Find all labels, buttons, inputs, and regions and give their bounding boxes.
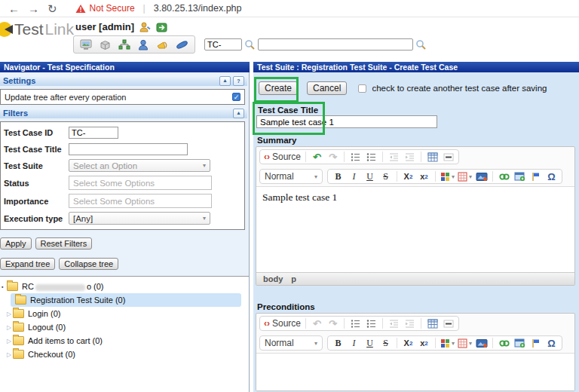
text-color-icon[interactable]: ▾ <box>440 337 455 349</box>
link-icon[interactable] <box>497 337 511 349</box>
table-icon[interactable] <box>425 317 440 329</box>
tree-node-logout[interactable]: ▷ Logout (0) <box>0 320 249 334</box>
bold-icon[interactable]: B <box>331 170 345 182</box>
edit-icon[interactable] <box>176 39 188 51</box>
create-another-checkbox[interactable] <box>358 84 366 93</box>
desktop-icon[interactable] <box>80 39 92 51</box>
indent-icon[interactable] <box>403 151 417 163</box>
strikethrough-icon[interactable]: S <box>378 337 393 349</box>
my-settings-icon[interactable] <box>139 22 151 32</box>
paragraph-format-select[interactable]: Normal ▾ <box>259 335 323 351</box>
expand-arrow-icon[interactable]: ▷ <box>5 351 13 358</box>
filter-test-suite-select[interactable]: Select an Option ▾ <box>69 159 210 172</box>
horn-icon[interactable] <box>156 39 168 51</box>
bulleted-list-icon[interactable] <box>364 151 378 163</box>
link-icon[interactable] <box>497 170 511 182</box>
background-color-icon[interactable]: ▾ <box>457 337 473 349</box>
search-icon[interactable] <box>244 39 255 50</box>
tree-node-checkout[interactable]: ▷ Checkout (0) <box>0 348 249 361</box>
new-window-icon[interactable] <box>513 337 527 349</box>
source-button[interactable]: ‹›Source <box>263 151 302 163</box>
subscript-icon[interactable]: X2 <box>401 170 415 182</box>
settings-help-button[interactable]: ? <box>233 76 244 86</box>
expand-tree-button[interactable]: Expand tree <box>0 258 55 270</box>
tree-node-label: Logout (0) <box>28 323 66 332</box>
tree-node-login[interactable]: ▷ Login (0) <box>0 307 249 320</box>
sitemap-icon[interactable] <box>118 39 130 51</box>
folder-icon <box>13 336 24 345</box>
underline-icon[interactable]: U <box>363 337 377 349</box>
undo-icon[interactable]: ↶ <box>310 317 324 329</box>
expand-arrow-icon[interactable]: ▷ <box>5 338 13 345</box>
preconditions-editor-body[interactable] <box>256 353 574 390</box>
subscript-base: X <box>404 338 409 348</box>
superscript-icon[interactable]: x2 <box>417 170 431 182</box>
bold-icon[interactable]: B <box>331 337 345 349</box>
tree-node-registration-test-suite[interactable]: Registration Test Suite (0) <box>11 293 241 307</box>
settings-collapse-button[interactable]: ▴ <box>219 76 231 86</box>
special-char-icon[interactable]: Ω <box>544 337 559 349</box>
user-management-icon[interactable] <box>138 39 149 51</box>
cancel-button[interactable]: Cancel <box>307 81 347 95</box>
special-char-icon[interactable]: Ω <box>544 170 559 182</box>
address-bar[interactable]: Not Secure | 3.80.25.13/index.php <box>75 3 242 14</box>
background-color-icon[interactable]: ▾ <box>457 170 473 182</box>
subscript-icon[interactable]: X2 <box>401 337 415 349</box>
flag-icon[interactable] <box>528 337 543 349</box>
filter-status-multiselect[interactable]: Select Some Options <box>69 176 212 190</box>
collapse-tree-button[interactable]: Collapse tree <box>59 258 118 270</box>
strikethrough-icon[interactable]: S <box>378 170 393 182</box>
summary-editor-body[interactable]: Sample test case 1 <box>256 186 574 272</box>
outdent-icon[interactable] <box>387 151 401 163</box>
test-case-title-input[interactable] <box>256 115 437 128</box>
box-icon[interactable] <box>100 39 111 51</box>
tree-root-node[interactable]: ▪ RCo (0) <box>0 280 249 293</box>
settings-section-header[interactable]: Settings ▴ ? <box>0 75 247 86</box>
paragraph-format-select[interactable]: Normal ▾ <box>259 169 323 184</box>
apply-button[interactable]: Apply <box>0 237 32 250</box>
indent-icon[interactable] <box>403 317 417 329</box>
element-path-body[interactable]: body <box>263 274 283 283</box>
filter-execution-type-select[interactable]: [Any] ▾ <box>69 212 210 225</box>
table-icon[interactable] <box>425 151 440 163</box>
filters-section-header[interactable]: Filters ▴ <box>0 108 247 118</box>
filter-test-case-id-input[interactable] <box>69 127 118 139</box>
source-button[interactable]: ‹›Source <box>263 317 302 329</box>
superscript-icon[interactable]: x2 <box>417 337 431 349</box>
image-icon[interactable] <box>474 337 489 349</box>
reset-filters-button[interactable]: Reset Filters <box>35 237 93 250</box>
flag-icon[interactable] <box>528 170 543 182</box>
search-icon[interactable] <box>415 39 426 50</box>
tree-node-add-items-to-cart[interactable]: ▷ Add items to cart (0) <box>0 334 249 348</box>
keyword-search-input[interactable] <box>258 38 413 51</box>
redo-icon[interactable]: ↷ <box>326 317 340 329</box>
underline-icon[interactable]: U <box>363 170 377 182</box>
horizontal-rule-icon[interactable] <box>441 151 455 163</box>
reload-icon[interactable]: ↻ <box>47 3 57 14</box>
numbered-list-icon[interactable] <box>348 317 363 329</box>
redo-icon[interactable]: ↷ <box>326 151 340 163</box>
new-window-icon[interactable] <box>513 170 527 182</box>
filters-collapse-button[interactable]: ▴ <box>233 109 244 118</box>
text-color-icon[interactable]: ▾ <box>440 170 455 182</box>
expand-arrow-icon[interactable]: ▷ <box>5 324 13 331</box>
back-icon[interactable]: ← <box>8 3 20 14</box>
outdent-icon[interactable] <box>387 317 401 329</box>
bulleted-list-icon[interactable] <box>364 317 378 329</box>
create-button[interactable]: Create <box>259 81 298 95</box>
horizontal-rule-icon[interactable] <box>441 317 455 329</box>
tree-root-marker-icon[interactable]: ▪ <box>2 284 7 289</box>
filter-test-case-title-input[interactable] <box>69 143 188 155</box>
forward-icon[interactable]: → <box>28 3 39 14</box>
italic-icon[interactable]: I <box>347 170 361 182</box>
italic-icon[interactable]: I <box>347 337 361 349</box>
tc-id-search-input[interactable] <box>204 38 242 51</box>
undo-icon[interactable]: ↶ <box>310 151 324 163</box>
image-icon[interactable] <box>474 170 489 182</box>
logout-icon[interactable] <box>156 22 167 32</box>
filter-importance-multiselect[interactable]: Select Some Options <box>69 194 212 208</box>
expand-arrow-icon[interactable]: ▷ <box>5 311 13 317</box>
update-tree-checkbox[interactable]: ✓ <box>232 93 240 101</box>
numbered-list-icon[interactable] <box>348 151 363 163</box>
element-path-p[interactable]: p <box>291 274 296 283</box>
